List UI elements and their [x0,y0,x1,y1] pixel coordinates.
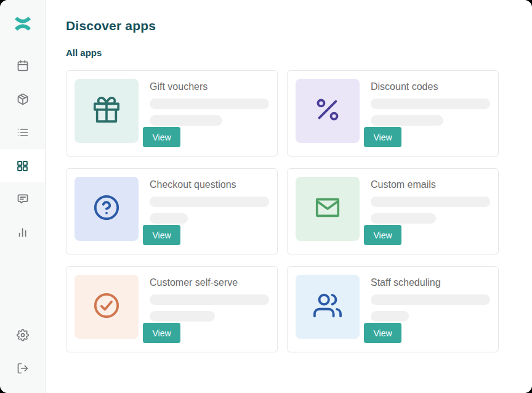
list-icon [17,126,29,139]
skeleton-bar [150,197,269,207]
app-card-discount-codes: Discount codes View [287,70,499,156]
sidebar-item-lists[interactable] [0,116,45,149]
skeleton-bar [150,99,269,109]
question-circle-icon [92,193,121,224]
skeleton-bar [150,294,269,305]
percent-icon [313,95,342,126]
sidebar-item-messages[interactable] [0,182,45,216]
gift-icon [92,95,121,126]
mail-icon [313,193,342,224]
view-button[interactable]: View [364,225,401,245]
section-label: All apps [66,47,532,58]
chat-icon [17,193,29,205]
gear-icon [17,329,29,341]
skeleton-bar [371,311,409,322]
skeleton-bar [371,294,490,305]
grid-icon [16,160,29,172]
apps-grid: Gift vouchers View [66,70,532,352]
package-icon [17,93,29,105]
card-body: Staff scheduling View [364,275,490,344]
sidebar-item-reports[interactable] [0,216,45,249]
app-card-customer-self-serve: Customer self-serve View [66,266,278,352]
card-body: Custom emails View [364,177,490,246]
brand-logo-icon [14,15,32,34]
skeleton-bar [371,99,490,109]
calendar-icon [17,60,29,72]
bar-chart-icon [17,226,29,238]
app-card-title: Checkout questions [143,179,269,190]
users-icon [313,291,342,322]
page-title: Discover apps [66,18,532,33]
view-button[interactable]: View [143,225,180,245]
skeleton-bar [371,197,490,207]
skeleton-bar [150,213,188,224]
view-button[interactable]: View [364,323,401,343]
sidebar [0,0,46,393]
view-button[interactable]: View [364,127,401,147]
card-body: Discount codes View [364,79,490,148]
view-button[interactable]: View [143,127,180,147]
app-card-title: Gift vouchers [143,81,269,92]
card-body: Checkout questions View [143,177,269,246]
app-card-staff-scheduling: Staff scheduling View [287,266,499,352]
skeleton-bar [150,115,222,126]
app-tile [296,79,360,143]
logout-icon [17,362,29,375]
app-card-title: Discount codes [364,81,490,92]
sidebar-footer [0,318,45,385]
card-body: Customer self-serve View [143,275,269,344]
app-tile [75,275,139,339]
sidebar-item-settings[interactable] [0,318,45,352]
app-card-title: Staff scheduling [364,277,490,288]
sidebar-nav [0,49,45,249]
app-window: Discover apps All apps [0,0,532,393]
app-card-title: Custom emails [364,179,490,190]
check-circle-icon [92,291,121,322]
skeleton-bar [150,311,215,322]
sidebar-item-logout[interactable] [0,352,45,385]
app-tile [75,177,139,241]
app-tile [296,275,360,339]
skeleton-bar [371,213,436,224]
card-body: Gift vouchers View [143,79,269,148]
app-card-custom-emails: Custom emails View [287,168,499,254]
sidebar-spacer [0,249,45,318]
brand-logo[interactable] [0,0,45,49]
sidebar-item-apps[interactable] [0,149,45,182]
app-tile [296,177,360,241]
view-button[interactable]: View [143,323,180,343]
sidebar-item-products[interactable] [0,83,45,116]
sidebar-item-calendar[interactable] [0,49,45,83]
skeleton-bar [371,115,443,126]
app-tile [75,79,139,143]
app-card-checkout-questions: Checkout questions View [66,168,278,254]
app-card-title: Customer self-serve [143,277,269,288]
app-card-gift-vouchers: Gift vouchers View [66,70,278,156]
main-content: Discover apps All apps [46,0,532,393]
